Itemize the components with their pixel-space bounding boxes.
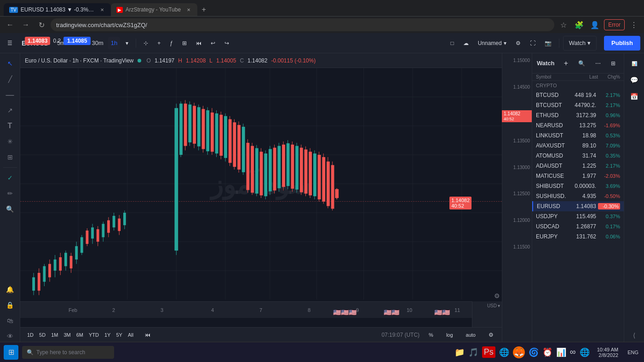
search-symbol-btn[interactable]: 🔍 bbox=[575, 57, 589, 70]
settings-bottom-btn[interactable]: ⚙ bbox=[485, 328, 497, 341]
taskbar-photoshop[interactable]: Ps bbox=[482, 346, 495, 358]
watchlist-item-adausdt[interactable]: ADAUSDT 1.225 2.17% bbox=[532, 161, 624, 171]
right-icon-expand[interactable]: ⟨ bbox=[627, 328, 642, 343]
brush-tool[interactable]: ⊞ bbox=[3, 150, 17, 164]
snapshot-btn[interactable]: 📷 bbox=[541, 37, 555, 50]
menu-button[interactable]: ⋮ bbox=[627, 18, 640, 31]
right-icon-chat[interactable]: 💬 bbox=[627, 73, 642, 87]
log-btn[interactable]: log bbox=[443, 328, 457, 341]
range-5d[interactable]: 5D bbox=[37, 328, 48, 341]
back-button[interactable]: ← bbox=[4, 18, 17, 31]
taskbar-spotify[interactable]: 🎵 bbox=[468, 347, 478, 357]
taskbar-file-explorer[interactable]: 📁 bbox=[454, 347, 465, 357]
right-icon-alerts[interactable]: 📊 bbox=[627, 56, 642, 71]
range-ytd[interactable]: YTD bbox=[86, 328, 101, 341]
indicator-btn[interactable]: ƒ bbox=[166, 37, 177, 50]
chart-canvas-area[interactable]: سود آموز bbox=[20, 68, 502, 301]
add-symbol-btn[interactable]: + bbox=[560, 57, 572, 70]
refresh-button[interactable]: ↻ bbox=[35, 18, 48, 31]
timeframe-30m[interactable]: 30m bbox=[89, 37, 106, 50]
watchlist-item-ethusd[interactable]: ETHUSD 3172.39 0.96% bbox=[532, 110, 624, 120]
trend-line-tool[interactable]: ↗ bbox=[3, 103, 17, 118]
range-6m[interactable]: 6M bbox=[74, 328, 86, 341]
publish-button[interactable]: Publish bbox=[604, 36, 640, 51]
timeframe-dropdown[interactable]: ▾ bbox=[122, 37, 132, 50]
watchlist-layout-btn[interactable]: ⊞ bbox=[607, 57, 619, 70]
extensions-button[interactable]: 🧩 bbox=[573, 18, 586, 31]
crosshair-tool[interactable]: ⊹ bbox=[140, 37, 152, 50]
hamburger-menu[interactable]: ☰ bbox=[4, 37, 16, 50]
profile-button[interactable]: 👤 bbox=[588, 18, 601, 31]
fullscreen-btn[interactable]: ⛶ bbox=[526, 37, 539, 50]
taskbar-chrome[interactable]: 🌀 bbox=[529, 347, 539, 357]
new-tab-button[interactable]: + bbox=[197, 3, 210, 16]
unnamed-btn[interactable]: Unnamed ▾ bbox=[474, 37, 510, 50]
time-label-2: 2 bbox=[112, 307, 115, 313]
alert-tool[interactable]: 🔔 bbox=[3, 282, 17, 297]
replay-icon-btn[interactable]: ⏮ bbox=[141, 328, 154, 341]
watch-button[interactable]: Watch ▾ bbox=[563, 36, 597, 51]
add-indicator-btn[interactable]: + bbox=[154, 37, 164, 50]
line-tool[interactable]: ╱ bbox=[3, 72, 17, 86]
watchlist-item-eurusd[interactable]: EURUSD 1.14083 -0.30% bbox=[532, 201, 624, 211]
right-icon-calendar[interactable]: 📅 bbox=[627, 89, 642, 104]
watchlist-item-avaxusdt[interactable]: AVAXUSDT 89.10 7.09% bbox=[532, 141, 624, 151]
forward-button[interactable]: → bbox=[19, 18, 32, 31]
tab-youtube[interactable]: ▶ ArzStrategy - YouTube ✕ bbox=[111, 3, 197, 16]
watchlist-item-shibusdt[interactable]: SHIBUSDT 0.00003. 3.69% bbox=[532, 181, 624, 191]
tab-tradingview[interactable]: TV EURUSD 1.14083 ▼ -0.3% Unna... ✕ bbox=[4, 3, 111, 16]
taskbar-ie[interactable]: 🌐 bbox=[499, 347, 509, 357]
taskbar-browser[interactable]: 🌐 bbox=[580, 347, 590, 357]
watchlist-item-usdcad[interactable]: USDCAD 1.26877 0.17% bbox=[532, 221, 624, 232]
taskbar-firefox[interactable]: 🦊 bbox=[513, 346, 525, 358]
tab-close-tv[interactable]: ✕ bbox=[99, 6, 105, 13]
watchlist-more-btn[interactable]: ⋯ bbox=[592, 57, 604, 70]
range-1y[interactable]: 1Y bbox=[102, 328, 113, 341]
taskbar-clock[interactable]: ⏰ bbox=[542, 347, 552, 357]
watchlist-item-usdjpy[interactable]: USDJPY 115.495 0.37% bbox=[532, 211, 624, 221]
zoom-tool[interactable]: 🔍 bbox=[3, 202, 17, 216]
watchlist-item-btcusdt[interactable]: BTCUSDT 44790.2. 2.17% bbox=[532, 100, 624, 110]
bookmark-button[interactable]: ☆ bbox=[557, 18, 570, 31]
watchlist-item-maticuse[interactable]: MATICUSE 1.977 -2.03% bbox=[532, 171, 624, 181]
settings-btn[interactable]: ⚙ bbox=[512, 37, 524, 50]
replay-btn[interactable]: ⏮ bbox=[192, 37, 205, 50]
price-axis-row: Feb 2 3 4 7 8 9 10 11 🇺🇸🇺🇸🇺🇸 🇺🇸🇺🇸 🇺🇸🇺🇸 bbox=[20, 301, 502, 327]
pencil-tool[interactable]: ✏ bbox=[3, 186, 17, 201]
svg-rect-113 bbox=[309, 152, 312, 195]
layout-btn[interactable]: ⊞ bbox=[178, 37, 190, 50]
lock-tool[interactable]: 🔒 bbox=[3, 298, 17, 312]
watchlist-item-btcusd[interactable]: BTCUSD 448 19.4 2.17% bbox=[532, 90, 624, 100]
taskbar-app1[interactable]: 📊 bbox=[556, 347, 566, 357]
percent-btn[interactable]: % bbox=[425, 328, 437, 341]
watchlist-item-eurjpy[interactable]: EURJPY 131.762 0.06% bbox=[532, 232, 624, 242]
gann-tool[interactable]: ✳ bbox=[3, 134, 17, 149]
timeframe-1h[interactable]: 1h bbox=[108, 37, 120, 50]
checkmark-tool[interactable]: ✓ bbox=[3, 170, 17, 185]
cursor-tool[interactable]: ↖ bbox=[3, 56, 17, 71]
cloud-btn[interactable]: ☁ bbox=[460, 37, 472, 50]
range-all[interactable]: All bbox=[126, 328, 136, 341]
horizontal-line-tool[interactable]: — bbox=[3, 87, 17, 102]
bag-tool[interactable]: 🛍 bbox=[3, 313, 17, 328]
watchlist-item-atomusd[interactable]: ATOMUSD 31.74 0.35% bbox=[532, 151, 624, 161]
svg-rect-121 bbox=[327, 162, 330, 206]
search-bar[interactable]: 🔍 Type here to search bbox=[22, 346, 114, 359]
range-3m[interactable]: 3M bbox=[61, 328, 73, 341]
chart-settings-gear[interactable]: ⚙ bbox=[494, 292, 500, 300]
range-5y[interactable]: 5Y bbox=[114, 328, 124, 341]
watchlist-item-nearusd[interactable]: NEARUSD 13.275 -1.69% bbox=[532, 120, 624, 130]
undo-btn[interactable]: ↩ bbox=[207, 37, 219, 50]
watchlist-item-linkusdt[interactable]: LINKUSDT 18.98 0.53% bbox=[532, 130, 624, 141]
rectangle-btn[interactable]: □ bbox=[447, 37, 457, 50]
tab-close-yt[interactable]: ✕ bbox=[185, 6, 192, 13]
text-tool[interactable]: T bbox=[3, 119, 17, 133]
range-1m[interactable]: 1M bbox=[49, 328, 60, 341]
taskbar-infinity[interactable]: ∞ bbox=[570, 347, 576, 357]
url-bar[interactable]: tradingview.com/chart/cwZS1gZQ/ bbox=[51, 18, 554, 31]
redo-btn[interactable]: ↪ bbox=[221, 37, 233, 50]
auto-btn[interactable]: auto bbox=[462, 328, 479, 341]
watchlist-item-sushiusd[interactable]: SUSHIUSD. 4.935 -0.50% bbox=[532, 191, 624, 201]
start-button[interactable]: ⊞ bbox=[4, 345, 18, 360]
range-1d[interactable]: 1D bbox=[25, 328, 36, 341]
